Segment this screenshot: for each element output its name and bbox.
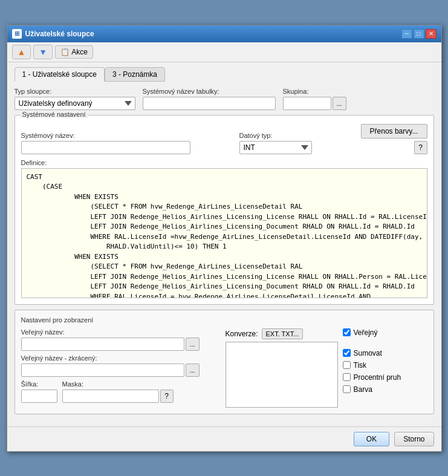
prenos-barvy-button[interactable]: Přenos barvy... (361, 124, 427, 139)
sirka-input[interactable]: 0 (21, 390, 57, 403)
tisk-checkbox-row: Tisk (343, 361, 427, 370)
datovy-typ-group: Datový typ: INT (239, 132, 312, 154)
procentni-pruh-checkbox-row: Procentní pruh (343, 373, 427, 382)
content-area: 1 - Uživatelské sloupce 3 - Poznámka Typ… (7, 62, 441, 426)
tisk-checkbox[interactable] (343, 361, 351, 369)
arrow-down-icon: ▼ (39, 47, 47, 57)
sirka-group: Šířka: 0 (21, 380, 57, 403)
systemove-nastaveni-group: Systémové nastavení Systémový název: _He… (15, 115, 434, 305)
close-button[interactable]: ✕ (426, 29, 437, 39)
tab-uzivatelske-sloupce[interactable]: 1 - Uživatelské sloupce (15, 67, 105, 82)
definition-area[interactable]: CAST (CASE WHEN EXISTS (SELECT * FROM hv… (21, 168, 427, 298)
tabulka-input[interactable]: hvw_Redenge_AirLines_LicenseDetail (143, 97, 276, 110)
sumovat-checkbox-row: Sumovat (343, 349, 427, 357)
display-left: Veřejný název: Warning License Valid Unt… (21, 328, 221, 408)
procentni-pruh-checkbox-label: Procentní pruh (354, 373, 401, 382)
maximize-button[interactable]: □ (414, 29, 424, 39)
ok-button[interactable]: OK (354, 432, 389, 446)
verejny-checkbox[interactable] (343, 328, 351, 336)
verejny-nazev-zkraceny-label: Veřejný název - zkrácený: (21, 354, 221, 362)
typ-sloupce-group: Typ sloupce: Uživatelsky definovaný (15, 88, 135, 110)
procentni-pruh-checkbox[interactable] (343, 373, 351, 381)
datovy-typ-label: Datový typ: (239, 132, 312, 139)
datovy-typ-input-group: INT (239, 141, 312, 154)
display-grid: Veřejný název: Warning License Valid Unt… (21, 328, 427, 408)
typ-sloupce-label: Typ sloupce: (15, 88, 135, 95)
systemovy-nazev-group: Systémový název: _HeIQ_RB_LicenseValidUn… (21, 132, 190, 154)
verejny-nazev-zkraceny-input[interactable] (21, 364, 184, 377)
help-button[interactable]: ? (414, 141, 427, 154)
tabulky-label: Systémový název tabulky: (143, 88, 276, 95)
tab-poznamka[interactable]: 3 - Poznámka (105, 67, 165, 82)
verejny-checkbox-row: Veřejný (343, 328, 427, 337)
bottom-bar: OK Storno (7, 426, 441, 451)
move-up-button[interactable]: ▲ (12, 45, 31, 59)
skupina-label: Skupina: (283, 88, 346, 95)
tab-bar: 1 - Uživatelské sloupce 3 - Poznámka (15, 67, 434, 82)
ext-txt-button[interactable]: EXT. TXT... (262, 328, 304, 339)
maska-group: Maska: ? (62, 380, 174, 403)
main-window: ⊞ Uživatelské sloupce ─ □ ✕ ▲ ▼ 📋 Akce 1… (7, 25, 442, 452)
sirka-maska-row: Šířka: 0 Maska: ? (21, 380, 221, 403)
sirka-label: Šířka: (21, 380, 57, 388)
minimize-button[interactable]: ─ (401, 29, 412, 39)
titlebar-controls: ─ □ ✕ (401, 29, 437, 39)
display-middle: Konverze: EXT. TXT... (226, 328, 338, 408)
systemove-nastaveni-title: Systémové nastavení (20, 111, 88, 118)
skupina-dots-button[interactable]: ... (333, 97, 346, 110)
verejny-nazev-input-group: Warning License Valid Until Detail ... (21, 337, 221, 351)
systemovy-nazev-label: Systémový název: (21, 132, 190, 139)
verejny-nazev-zkraceny-input-group: ... (21, 364, 221, 377)
window-title: Uživatelské sloupce (25, 30, 94, 38)
verejny-nazev-zkraceny-group: Veřejný název - zkrácený: ... (21, 354, 221, 377)
verejny-checkbox-label: Veřejný (354, 328, 378, 337)
titlebar-left: ⊞ Uživatelské sloupce (12, 29, 94, 39)
barva-checkbox-label: Barva (354, 385, 372, 394)
datovy-typ-select[interactable]: INT (239, 141, 312, 154)
konverze-label: Konverze: (226, 330, 258, 338)
maska-help-button[interactable]: ? (160, 390, 174, 403)
maska-input-group: ? (62, 390, 174, 403)
barva-checkbox-row: Barva (343, 385, 427, 394)
verejny-nazev-label: Veřejný název: (21, 328, 221, 336)
arrow-up-icon: ▲ (18, 47, 26, 57)
barva-checkbox[interactable] (343, 385, 351, 393)
verejny-nazev-group: Veřejný název: Warning License Valid Unt… (21, 328, 221, 351)
konverze-header: Konverze: EXT. TXT... (226, 328, 338, 339)
skupina-group: Skupina: Redenge ... (283, 88, 346, 110)
tisk-checkbox-label: Tisk (354, 361, 367, 370)
verejny-nazev-dots-button[interactable]: ... (186, 337, 200, 351)
akce-button[interactable]: 📋 Akce (55, 45, 93, 59)
move-down-button[interactable]: ▼ (33, 45, 53, 59)
prenos-barvy-area: Přenos barvy... ? (361, 124, 427, 154)
storno-button[interactable]: Storno (394, 432, 433, 446)
top-form-row: Typ sloupce: Uživatelsky definovaný Syst… (15, 88, 434, 110)
window-icon: ⊞ (12, 29, 22, 39)
maska-input[interactable] (62, 390, 159, 403)
tabulky-group: Systémový název tabulky: hvw_Redenge_Air… (143, 88, 276, 110)
akce-label: Akce (71, 48, 88, 56)
systemovy-nazev-input[interactable]: _HeIQ_RB_LicenseValidUntil_Detail (21, 141, 190, 154)
nastaveni-pro-zobrazeni-title: Nastavení pro zobrazení (21, 316, 427, 324)
typ-sloupce-select[interactable]: Uživatelsky definovaný (15, 97, 135, 110)
verejny-nazev-input[interactable]: Warning License Valid Until Detail (21, 337, 184, 351)
display-right: Veřejný Sumovat Tisk Procentní pruh (343, 328, 427, 408)
sumovat-checkbox-label: Sumovat (354, 349, 382, 357)
maska-label: Maska: (62, 380, 174, 388)
toolbar: ▲ ▼ 📋 Akce (7, 42, 441, 62)
typ-sloupce-input-group: Uživatelsky definovaný (15, 97, 135, 110)
konverze-box (226, 342, 338, 408)
skupina-input[interactable]: Redenge (283, 97, 331, 110)
skupina-input-group: Redenge ... (283, 97, 346, 110)
display-section: Nastavení pro zobrazení Veřejný název: W… (15, 310, 434, 414)
akce-icon: 📋 (60, 48, 70, 56)
verejny-nazev-zkraceny-dots-button[interactable]: ... (186, 364, 200, 377)
sumovat-checkbox[interactable] (343, 349, 351, 357)
titlebar: ⊞ Uživatelské sloupce ─ □ ✕ (7, 25, 441, 42)
definice-label: Definice: (21, 159, 427, 166)
systemovy-nazev-row: Systémový název: _HeIQ_RB_LicenseValidUn… (21, 124, 427, 154)
